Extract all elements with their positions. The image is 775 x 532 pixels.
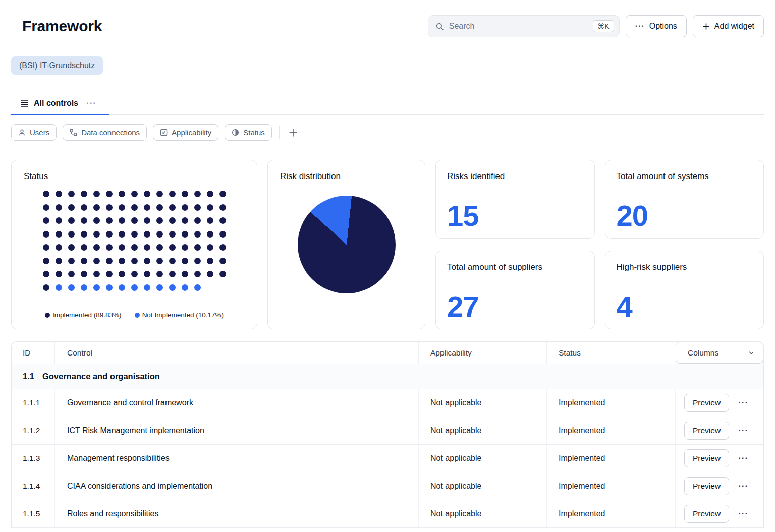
waffle-dot bbox=[56, 204, 62, 211]
tab-more-button[interactable]: ··· bbox=[86, 98, 96, 108]
waffle-dot bbox=[81, 204, 87, 211]
waffle-dot bbox=[169, 204, 176, 211]
status-legend: Implemented (89.83%)Not Implemented (10.… bbox=[24, 311, 245, 319]
waffle-dot bbox=[119, 191, 125, 197]
row-menu-button[interactable]: ··· bbox=[735, 424, 751, 438]
preview-button[interactable]: Preview bbox=[684, 394, 729, 412]
cell-actions: Preview··· bbox=[676, 472, 763, 500]
row-menu-button[interactable]: ··· bbox=[735, 451, 751, 465]
columns-button-label: Columns bbox=[688, 348, 718, 358]
waffle-dot bbox=[68, 258, 75, 264]
waffle-dot bbox=[194, 258, 201, 264]
search-shortcut-badge: ⌘K bbox=[593, 20, 614, 32]
framework-chip[interactable]: (BSI) IT-Grundschutz bbox=[11, 56, 103, 75]
waffle-dot bbox=[119, 258, 125, 264]
waffle-dot bbox=[68, 217, 75, 224]
cell-id: 1.1.3 bbox=[12, 445, 55, 472]
waffle-dot bbox=[43, 204, 49, 211]
waffle-dot bbox=[106, 284, 113, 291]
waffle-dot bbox=[119, 244, 125, 251]
waffle-dot bbox=[131, 204, 138, 211]
risk-distribution-widget: Risk distribution bbox=[267, 160, 425, 329]
table-group-row: 1.1Governance and organisation bbox=[12, 364, 763, 389]
widgets-row: Status Implemented (89.83%)Not Implement… bbox=[11, 160, 764, 329]
waffle-dot bbox=[182, 217, 188, 224]
plus-icon bbox=[289, 128, 298, 137]
table-row[interactable]: 1.1.1Governance and control frameworkNot… bbox=[12, 389, 763, 417]
waffle-dot bbox=[43, 271, 49, 277]
waffle-dot bbox=[81, 244, 87, 251]
framework-page: Framework ⌘K ··· Options Add widget (B bbox=[0, 0, 775, 528]
stat-value: 27 bbox=[447, 290, 583, 323]
waffle-dot bbox=[207, 204, 213, 211]
legend-item: Implemented (89.83%) bbox=[45, 311, 122, 319]
waffle-dot bbox=[131, 217, 138, 224]
preview-button[interactable]: Preview bbox=[684, 505, 729, 523]
search-box[interactable]: ⌘K bbox=[428, 15, 620, 37]
checkbox-icon bbox=[160, 129, 168, 136]
tab-label: All controls bbox=[34, 99, 78, 108]
waffle-dot bbox=[56, 258, 62, 264]
cell-applicability: Not applicable bbox=[419, 500, 547, 527]
waffle-dot bbox=[219, 204, 226, 211]
cell-status: Implemented bbox=[547, 389, 676, 417]
filter-status[interactable]: Status bbox=[225, 124, 272, 141]
waffle-dot bbox=[207, 191, 213, 197]
columns-button[interactable]: Columns bbox=[676, 342, 763, 364]
filter-users[interactable]: Users bbox=[11, 124, 57, 141]
cell-control: Roles and responsibilities bbox=[55, 500, 419, 527]
filter-data-connections[interactable]: Data connections bbox=[63, 124, 147, 141]
table-row[interactable]: 1.1.3Management responsibilitiesNot appl… bbox=[12, 445, 763, 472]
controls-table: ID Control Applicability Status Columns … bbox=[11, 341, 764, 528]
tab-all-controls[interactable]: All controls bbox=[20, 99, 78, 108]
waffle-dot bbox=[81, 271, 87, 277]
table-row[interactable]: 1.1.4CIAA considerations and implementat… bbox=[12, 472, 763, 500]
waffle-dot bbox=[169, 231, 176, 238]
cell-applicability: Not applicable bbox=[419, 445, 547, 472]
filter-applicability[interactable]: Applicability bbox=[153, 124, 218, 141]
row-menu-button[interactable]: ··· bbox=[735, 507, 751, 521]
waffle-dot bbox=[56, 244, 62, 251]
cell-actions: Preview··· bbox=[676, 500, 763, 527]
cell-status: Implemented bbox=[547, 472, 676, 500]
waffle-dot bbox=[144, 231, 150, 238]
preview-button[interactable]: Preview bbox=[684, 477, 729, 495]
cell-applicability: Not applicable bbox=[419, 472, 547, 500]
preview-button[interactable]: Preview bbox=[684, 422, 729, 440]
cell-actions: Preview··· bbox=[676, 417, 763, 444]
waffle-dot bbox=[169, 258, 176, 264]
add-widget-button[interactable]: Add widget bbox=[693, 15, 764, 37]
waffle-dot bbox=[131, 231, 138, 238]
waffle-dot bbox=[194, 244, 201, 251]
row-menu-button[interactable]: ··· bbox=[735, 479, 751, 493]
cell-status: Implemented bbox=[547, 445, 676, 472]
waffle-dot bbox=[156, 271, 163, 277]
waffle-dot bbox=[169, 217, 176, 224]
options-button[interactable]: ··· Options bbox=[626, 15, 687, 37]
cell-id: 1.1.1 bbox=[12, 389, 55, 417]
stat-card-total-amount-of-suppliers: Total amount of suppliers27 bbox=[435, 251, 595, 329]
table-row[interactable]: 1.1.2ICT Risk Management implementationN… bbox=[12, 417, 763, 445]
waffle-dot bbox=[106, 217, 113, 224]
chevron-down-icon bbox=[748, 349, 755, 357]
waffle-dot bbox=[68, 204, 75, 211]
search-input[interactable] bbox=[449, 22, 588, 31]
group-actions-cell bbox=[676, 364, 763, 389]
waffle-dot bbox=[56, 217, 62, 224]
waffle-dot bbox=[156, 204, 163, 211]
add-filter-button[interactable] bbox=[287, 126, 300, 139]
column-header-applicability: Applicability bbox=[419, 342, 547, 364]
waffle-dot bbox=[56, 191, 62, 197]
list-icon bbox=[20, 99, 29, 108]
waffle-dot bbox=[106, 191, 113, 197]
waffle-dot bbox=[194, 204, 201, 211]
preview-button[interactable]: Preview bbox=[684, 449, 729, 467]
waffle-dot bbox=[219, 258, 226, 264]
waffle-dot bbox=[144, 258, 150, 264]
waffle-dot bbox=[93, 191, 100, 197]
waffle-dot bbox=[119, 284, 125, 291]
row-menu-button[interactable]: ··· bbox=[735, 396, 751, 410]
group-row-label: 1.1Governance and organisation bbox=[12, 364, 676, 389]
cell-status: Implemented bbox=[547, 500, 676, 527]
table-row[interactable]: 1.1.5Roles and responsibilitiesNot appli… bbox=[12, 500, 763, 528]
